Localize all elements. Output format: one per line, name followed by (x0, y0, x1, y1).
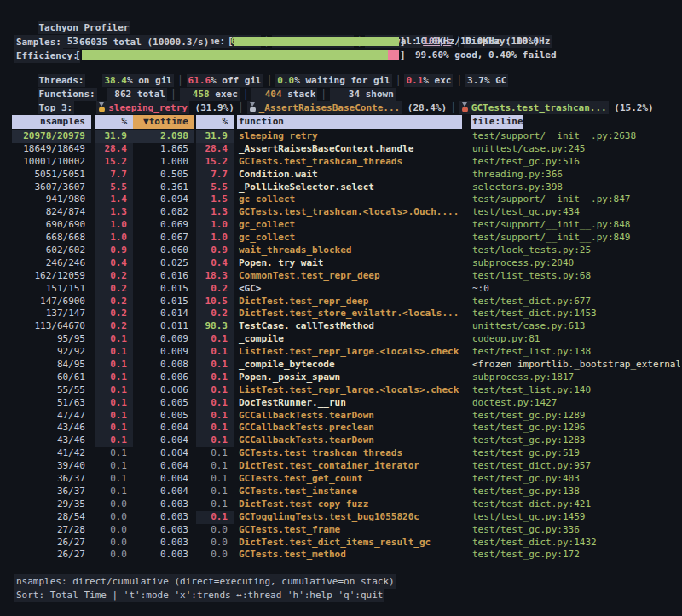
cell-function: gc_collect (237, 193, 465, 206)
threads-exc: 0.1% exc (404, 74, 453, 87)
cell-direct-pct: 31.9 (95, 130, 133, 143)
cell-tottime: 0.015 (133, 296, 194, 308)
cell-tottime: 0.069 (133, 219, 194, 232)
table-row: 43/460.10.0040.1GCCallbackTests.tearDown… (0, 435, 682, 447)
cell-direct-pct: 1.0 (95, 232, 133, 245)
cell-cumulative-pct: 0.1 (196, 384, 234, 397)
cell-nsamples: 36/37 (12, 486, 91, 498)
cell-direct-pct: 0.0 (95, 549, 133, 561)
column-header-tottime-sorted[interactable]: ▼tottime (133, 115, 194, 129)
cell-tottime: 0.003 (133, 549, 194, 561)
table-row: 28/540.00.0030.1GCTogglingTests.test_bug… (0, 511, 682, 524)
table-row: 26/270.00.0030.0GCTests.test_methodtest/… (0, 549, 682, 561)
cell-cumulative-pct: 5.5 (196, 181, 234, 194)
cell-tottime: 0.003 (133, 537, 194, 550)
cell-nsamples: 55/55 (12, 384, 91, 397)
table-row: 824/8741.30.0821.3GCTests.test_trashcan.… (0, 206, 682, 219)
cell-cumulative-pct: 0.1 (196, 460, 234, 473)
cell-tottime: 0.082 (133, 206, 194, 219)
table-row: 5051/50517.70.5057.7Condition.waitthread… (0, 169, 682, 181)
cell-nsamples: 27/28 (12, 524, 91, 537)
table-row: 113/646700.20.01198.3TestCase._callTestM… (0, 320, 682, 333)
cell-function: DictTest.test_store_evilattr.<locals... (237, 308, 465, 320)
footer-legend: nsamples: direct/cumulative (direct=exec… (14, 574, 396, 589)
cell-tottime: 0.004 (133, 460, 194, 473)
table-row: 941/9801.40.0941.5gc_collecttest/support… (0, 193, 682, 206)
column-header-fileline[interactable]: file:line (471, 115, 523, 129)
cell-direct-pct: 0.1 (95, 371, 133, 384)
cell-function: sleeping_retry (237, 130, 465, 143)
table-row: 668/6681.00.0671.0gc_collecttest/support… (0, 232, 682, 245)
divider: │ (450, 102, 456, 113)
cell-direct-pct: 0.1 (95, 346, 133, 359)
cell-fileline: test/test_gc.py:516 (471, 156, 680, 169)
cell-function: _PollLikeSelector.select (237, 181, 465, 194)
cell-fileline: test/test_gc.py:434 (471, 206, 680, 219)
cell-tottime: 0.016 (133, 270, 194, 283)
cell-tottime: 0.005 (133, 397, 194, 410)
table-row: 47/470.10.0050.1GCCallbackTests.tearDown… (0, 410, 682, 423)
cell-fileline: test/test_gc.py:336 (471, 524, 680, 537)
cell-function: GCCallbackTests.preclean (237, 422, 465, 435)
threads-gc: 3.7% GC (465, 74, 508, 87)
table-row: 690/6901.00.0691.0gc_collecttest/support… (0, 219, 682, 232)
cell-function: GCTogglingTests.test_bug1055820c (237, 511, 465, 524)
cell-fileline: test/test_dict.py:1453 (471, 308, 680, 320)
column-header-direct-pct[interactable]: % (95, 115, 133, 129)
table-row: 26/270.00.0030.0DictTest.test_dict_items… (0, 537, 682, 550)
table-row: 3607/36075.50.3615.5_PollLikeSelector.se… (0, 181, 682, 194)
cell-tottime: 1.865 (133, 143, 194, 156)
cell-direct-pct: 0.2 (95, 308, 133, 320)
samples-progress-bar (234, 37, 399, 46)
efficiency-bar-lbracket: [ (75, 49, 81, 61)
samples-label: Samples: (14, 35, 63, 49)
column-header-cumulative-pct[interactable]: % (196, 115, 234, 129)
threads-line: Threads:38.4% on gil│61.6% off gil│0.0% … (14, 61, 508, 74)
cell-tottime: 0.025 (133, 257, 194, 270)
table-row: 43/460.10.0040.1GCCallbackTests.preclean… (0, 422, 682, 435)
status-line: PID: 53499│Thread: ALL│Uptime: 0m06s│Tim… (14, 22, 552, 35)
cell-direct-pct: 0.4 (95, 257, 133, 270)
cell-nsamples: 39/40 (12, 460, 91, 473)
cell-cumulative-pct: 7.7 (196, 169, 234, 181)
cell-nsamples: 41/42 (12, 447, 91, 460)
cell-tottime: 0.004 (133, 486, 194, 498)
samples-bar-rbracket: ] (400, 35, 406, 48)
top3-pct-2: (28.4%) (402, 102, 447, 113)
table-row: 92/920.10.0090.1ListTest.test_repr_large… (0, 346, 682, 359)
cell-function: Popen._posix_spawn (237, 371, 465, 384)
cell-cumulative-pct: 0.2 (196, 308, 234, 320)
column-header-function[interactable]: function (237, 115, 462, 129)
cell-direct-pct: 7.7 (95, 169, 133, 181)
cell-cumulative-pct: 0.0 (196, 524, 234, 537)
cell-tottime: 0.008 (133, 359, 194, 371)
cell-cumulative-pct: 1.0 (196, 219, 234, 232)
cell-fileline: test/support/__init__.py:849 (471, 232, 680, 245)
cell-direct-pct: 1.3 (95, 206, 133, 219)
table-row: 20978/2097931.92.09831.9sleeping_retryte… (0, 130, 682, 143)
cell-nsamples: 690/690 (12, 219, 91, 232)
cell-direct-pct: 0.1 (95, 384, 133, 397)
cell-direct-pct: 0.2 (95, 283, 133, 296)
cell-cumulative-pct: 0.1 (196, 486, 234, 498)
cell-fileline: test/test_gc.py:138 (471, 486, 680, 498)
footer-keybindings: Sort: Total Time | 't':mode 'x':trends ↔… (14, 588, 384, 602)
samples-bar-fill (234, 37, 399, 46)
top3-item-1: sleeping_retry (96, 101, 189, 114)
cell-nsamples: 29/35 (12, 498, 91, 511)
cell-nsamples: 941/980 (12, 193, 91, 206)
table-row: 51/630.10.0050.1DocTestRunner.__rundocte… (0, 397, 682, 410)
cell-function: ListTest.test_repr_large.<locals>.check (237, 346, 465, 359)
exc-value: 0.1 (406, 75, 423, 86)
cell-tottime: 0.003 (133, 498, 194, 511)
column-header-nsamples[interactable]: nsamples (12, 115, 91, 129)
cell-nsamples: 36/37 (12, 473, 91, 486)
cell-tottime: 0.003 (133, 511, 194, 524)
cell-fileline: ~:0 (471, 283, 680, 296)
cell-cumulative-pct: 0.1 (196, 511, 234, 524)
cell-function: GCTests.test_get_count (237, 473, 465, 486)
table-header: nsamples % ▼tottime % function file:line (0, 115, 682, 129)
efficiency-good-segment (82, 50, 388, 60)
cell-nsamples: 668/668 (12, 232, 91, 245)
cell-nsamples: 28/54 (12, 511, 91, 524)
